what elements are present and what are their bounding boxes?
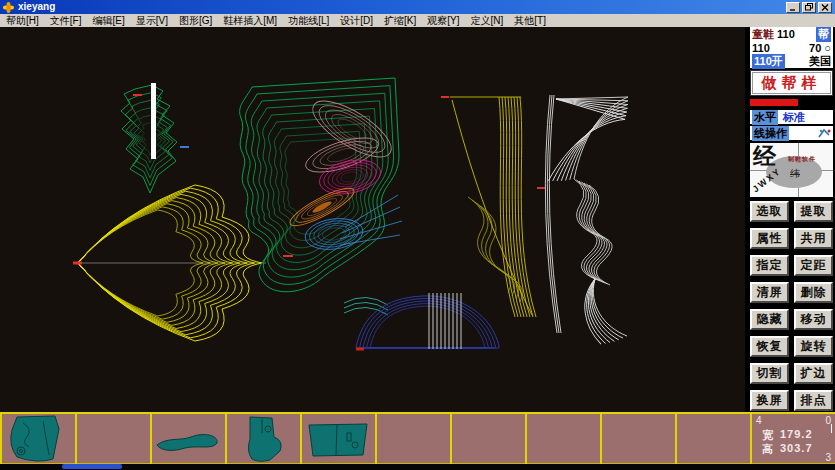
rotate-button[interactable]: 旋转 — [794, 336, 833, 357]
shoe-size-b: 110 — [752, 42, 770, 54]
taskbar-sliver — [62, 464, 122, 469]
design-canvas[interactable] — [0, 27, 745, 412]
delete-button[interactable]: 删除 — [794, 282, 833, 303]
thumbnail-bootie[interactable] — [227, 414, 302, 464]
thumbnail-empty-4[interactable] — [527, 414, 602, 464]
move-button[interactable]: 移动 — [794, 309, 833, 330]
expand-edge-button[interactable]: 扩边 — [794, 363, 833, 384]
thumbnail-empty-2[interactable] — [377, 414, 452, 464]
cut-button[interactable]: 切割 — [750, 363, 789, 384]
piece-teal-waves[interactable] — [344, 297, 388, 315]
toggle-line-op[interactable]: 线操作 — [752, 126, 789, 141]
progress-bar — [750, 99, 798, 106]
boot-quarter-shape — [3, 415, 74, 463]
tool-button-grid: 选取 提取 属性 共用 指定 定距 清屏 删除 隐藏 移动 恢复 旋转 切割 扩… — [750, 201, 833, 411]
shoe-info-row-1: 童鞋 110 帮 — [750, 27, 833, 41]
toggle-row-1: 水平 标准 — [750, 110, 833, 124]
menu-item-insert[interactable]: 鞋样插入[M] — [223, 14, 277, 28]
property-button[interactable]: 属性 — [750, 228, 789, 249]
height-label: 高 — [762, 442, 774, 457]
hide-button[interactable]: 隐藏 — [750, 309, 789, 330]
application-window: xieyang 帮助[H] 文件[F] 编辑[E] 显示[V] 图形[G] 鞋样… — [0, 0, 835, 470]
pattern-filmstrip: 4 0 宽 179.2 高 303.7 3 — [0, 412, 835, 464]
sole-shape — [153, 415, 224, 463]
minimize-icon — [789, 4, 797, 11]
vamp-shape — [303, 415, 374, 463]
clear-screen-button[interactable]: 清屏 — [750, 282, 789, 303]
thumbnail-boot-quarter[interactable] — [2, 414, 77, 464]
region-label: 美国 — [809, 54, 831, 69]
thumbnail-empty-1[interactable] — [77, 414, 152, 464]
menu-item-view[interactable]: 显示[V] — [136, 14, 168, 28]
piece-side-sliver[interactable] — [450, 97, 536, 317]
app-icon — [3, 2, 14, 13]
menu-item-help[interactable]: 帮助[H] — [6, 14, 39, 28]
menu-item-graph[interactable]: 图形[G] — [179, 14, 212, 28]
status-tick — [831, 424, 832, 433]
circle-mark[interactable]: ○ — [824, 42, 831, 54]
fix-distance-button[interactable]: 定距 — [794, 255, 833, 276]
line-op-icon — [818, 128, 831, 139]
piece-heel-counter[interactable] — [121, 85, 177, 193]
piece-magenta-ellipses[interactable] — [316, 155, 383, 199]
thumbnail-vamp[interactable] — [302, 414, 377, 464]
heel-center-bar — [151, 83, 156, 159]
restore-button[interactable] — [802, 2, 816, 13]
menu-item-other[interactable]: 其他[T] — [514, 14, 546, 28]
toggle-standard[interactable]: 标准 — [783, 110, 805, 125]
menu-item-define[interactable]: 定义[N] — [471, 14, 504, 28]
share-button[interactable]: 共用 — [794, 228, 833, 249]
restore-shape-button[interactable]: 恢复 — [750, 336, 789, 357]
shoe-info-row-2: 110 70 ○ — [750, 41, 833, 54]
logo-sub-char: 纬 — [790, 167, 800, 181]
thumbnail-empty-3[interactable] — [452, 414, 527, 464]
thumbnail-empty-5[interactable] — [602, 414, 677, 464]
piece-sole-profile[interactable] — [356, 296, 499, 348]
right-sidebar: 童鞋 110 帮 110 70 ○ 110开 美国 做帮样 水平 标准 线操作 — [745, 27, 835, 412]
shoe-size-c: 70 — [809, 42, 821, 54]
brand-logo: 经 制鞋软件 纬 JWXY — [750, 143, 833, 197]
bottom-edge-strip — [0, 464, 835, 470]
arrange-points-button[interactable]: 排点 — [794, 390, 833, 411]
wireframe-drawing — [0, 27, 745, 412]
dimension-status-panel: 4 0 宽 179.2 高 303.7 3 — [752, 414, 835, 464]
shoe-size-a: 110 — [777, 28, 795, 40]
switch-screen-button[interactable]: 换屏 — [750, 390, 789, 411]
assign-button[interactable]: 指定 — [750, 255, 789, 276]
menu-item-observe[interactable]: 观察[Y] — [427, 14, 459, 28]
close-button[interactable] — [818, 2, 832, 13]
window-title: xieyang — [18, 2, 55, 12]
status-corner-tl: 4 — [756, 415, 762, 426]
menu-item-funcline[interactable]: 功能线[L] — [288, 14, 329, 28]
menu-item-file[interactable]: 文件[F] — [50, 14, 82, 28]
size-mode-tag[interactable]: 110开 — [752, 54, 785, 69]
piece-collar-crescent[interactable] — [531, 95, 628, 344]
height-value: 303.7 — [780, 442, 813, 457]
piece-lining-mesh[interactable] — [302, 91, 399, 179]
close-icon — [821, 4, 829, 11]
logo-caption: 制鞋软件 — [788, 155, 816, 164]
status-corner-br: 3 — [825, 452, 831, 463]
toggle-row-2: 线操作 — [750, 126, 833, 140]
thumbnail-empty-6[interactable] — [677, 414, 752, 464]
mode-tag[interactable]: 帮 — [816, 27, 831, 42]
toggle-horizontal[interactable]: 水平 — [752, 110, 778, 125]
restore-icon — [805, 3, 814, 11]
bootie-shape — [228, 415, 299, 463]
menu-bar: 帮助[H] 文件[F] 编辑[E] 显示[V] 图形[G] 鞋样插入[M] 功能… — [0, 14, 835, 27]
select-button[interactable]: 选取 — [750, 201, 789, 222]
title-bar: xieyang — [0, 0, 835, 14]
extract-button[interactable]: 提取 — [794, 201, 833, 222]
minimize-button[interactable] — [786, 2, 800, 13]
menu-item-design[interactable]: 设计[D] — [340, 14, 373, 28]
width-value: 179.2 — [780, 428, 813, 443]
menu-item-edit[interactable]: 编辑[E] — [92, 14, 124, 28]
width-label: 宽 — [762, 428, 774, 443]
menu-item-scale[interactable]: 扩缩[K] — [384, 14, 416, 28]
thumbnail-sole[interactable] — [152, 414, 227, 464]
shoe-info-row-3: 110开 美国 — [750, 54, 833, 68]
make-upper-pattern-button[interactable]: 做帮样 — [750, 70, 833, 96]
shoe-type-label: 童鞋 — [752, 27, 774, 42]
